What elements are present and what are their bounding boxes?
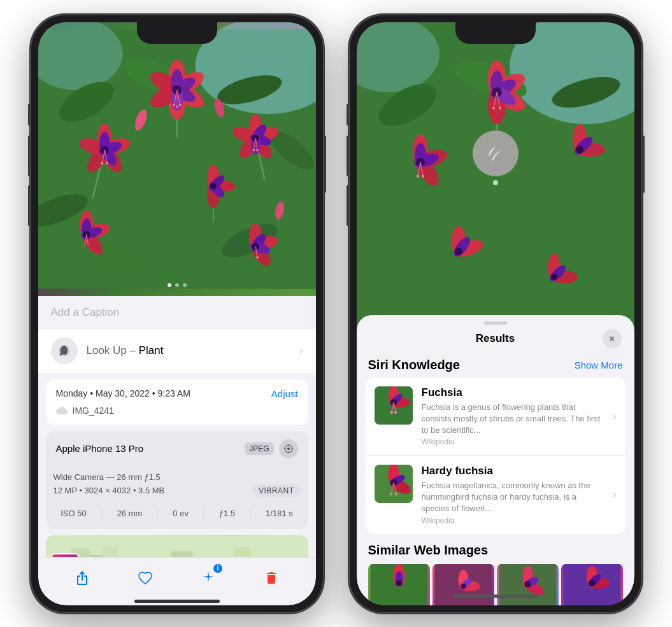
knowledge-item-2[interactable]: Hardy fuchsia Fuchsia magellanica, commo…	[366, 455, 626, 534]
toolbar: i	[38, 557, 316, 596]
knowledge-item-1[interactable]: Fuchsia Fuchsia is a genus of flowering …	[366, 377, 626, 456]
info-button[interactable]: i	[196, 565, 221, 591]
svg-point-88	[284, 448, 285, 449]
knowledge-thumb-2	[375, 465, 413, 503]
svg-point-74	[208, 180, 235, 192]
svg-point-65	[248, 233, 279, 254]
svg-point-61	[83, 230, 90, 237]
knowledge-desc-1: Fuchsia is a genus of flowering plants t…	[422, 402, 604, 437]
knowledge-thumb-1	[375, 386, 413, 425]
map-svg	[46, 535, 308, 557]
knowledge-text-2: Hardy fuchsia Fuchsia magellanica, commo…	[422, 465, 604, 525]
web-image-4[interactable]	[561, 564, 623, 605]
knowledge-desc-2: Fuchsia magellanica, commonly known as t…	[422, 480, 604, 515]
volume-down-button-2	[347, 185, 349, 226]
svg-point-55	[252, 148, 255, 151]
lookup-row[interactable]: Look Up – Plant ›	[38, 328, 316, 373]
svg-point-21	[172, 85, 182, 94]
siri-dot	[493, 180, 498, 185]
siri-knowledge-title: Siri Knowledge	[368, 358, 460, 372]
web-image-1[interactable]	[368, 564, 430, 605]
mute-button	[28, 104, 31, 125]
svg-point-47	[230, 124, 262, 146]
svg-point-35	[97, 139, 123, 157]
focal-value: 26 mm	[117, 509, 143, 518]
volume-up-button	[28, 136, 31, 176]
lookup-chevron-icon: ›	[299, 345, 303, 356]
svg-point-89	[291, 448, 292, 449]
photo-view[interactable]	[38, 22, 316, 296]
svg-point-87	[288, 451, 289, 453]
show-more-button[interactable]: Show More	[575, 360, 623, 370]
svg-point-20	[171, 83, 183, 110]
svg-point-19	[169, 81, 198, 105]
knowledge-text-1: Fuchsia Fuchsia is a genus of flowering …	[422, 386, 604, 447]
date-row: Monday • May 30, 2022 • 9:23 AM Adjust	[46, 379, 308, 403]
svg-point-71	[256, 256, 259, 258]
svg-point-31	[96, 141, 125, 175]
exif-row: ISO 50 26 mm 0 ev ƒ1.5 1/181 s	[46, 501, 308, 529]
siri-visual-search-bubble	[473, 130, 518, 176]
delete-button[interactable]	[259, 565, 284, 591]
svg-point-34	[99, 132, 110, 156]
power-button-2	[642, 136, 645, 193]
caption-placeholder[interactable]: Add a Caption	[51, 306, 120, 318]
share-button[interactable]	[69, 565, 95, 591]
svg-point-12	[168, 67, 208, 99]
adjust-button[interactable]: Adjust	[271, 388, 298, 399]
dot-3	[183, 283, 187, 287]
metadata-card: Monday • May 30, 2022 • 9:23 AM Adjust I…	[46, 379, 308, 425]
svg-point-30	[97, 135, 132, 159]
svg-point-33	[77, 135, 111, 159]
phones-container: Add a Caption Look Up – Pl	[18, 2, 655, 626]
filename-text: IMG_4241	[73, 405, 114, 416]
svg-point-11	[168, 59, 185, 95]
svg-line-39	[102, 150, 104, 163]
map-preview[interactable]	[46, 535, 308, 557]
format-badge: JPEG	[245, 442, 273, 455]
photo-date: Monday • May 30, 2022 • 9:23 AM	[56, 388, 190, 398]
svg-point-60	[80, 225, 103, 241]
svg-point-172	[589, 580, 595, 586]
divider-1	[101, 507, 102, 520]
favorite-button[interactable]	[132, 565, 158, 591]
svg-point-66	[247, 239, 274, 269]
svg-point-36	[96, 142, 119, 168]
close-icon: ×	[609, 334, 614, 344]
divider-3	[203, 507, 204, 520]
svg-point-9	[217, 216, 282, 264]
svg-rect-93	[171, 551, 192, 557]
photo-info-area: Add a Caption Look Up – Pl	[38, 296, 316, 557]
svg-point-45	[247, 130, 275, 161]
share-icon	[75, 570, 90, 586]
svg-point-113	[492, 107, 495, 109]
info-badge: i	[213, 564, 222, 573]
camera-spec-mp: 12 MP • 3024 × 4032 • 3.5 MB	[54, 486, 165, 495]
svg-point-13	[168, 79, 208, 111]
page-indicator	[168, 283, 187, 287]
web-image-2[interactable]	[433, 564, 494, 605]
svg-point-6	[264, 124, 316, 176]
svg-point-152	[395, 493, 397, 495]
svg-point-8	[78, 239, 154, 278]
aperture-value: ƒ1.5	[219, 509, 235, 518]
web-img-svg-2	[433, 564, 494, 605]
svg-point-54	[256, 148, 259, 151]
svg-point-15	[147, 79, 187, 111]
filename-row: IMG_4241	[46, 403, 308, 425]
phone-1-screen: Add a Caption Look Up – Pl	[38, 22, 316, 605]
svg-point-58	[78, 227, 106, 258]
knowledge-name-1: Fuchsia	[422, 386, 604, 399]
device-row: Apple iPhone 13 Pro JPEG	[46, 432, 308, 466]
results-close-button[interactable]: ×	[603, 329, 622, 348]
dot-2	[175, 283, 179, 287]
caption-area[interactable]: Add a Caption	[38, 296, 316, 328]
results-header: Results ×	[357, 327, 634, 351]
svg-rect-92	[102, 545, 118, 557]
svg-point-127	[576, 146, 583, 153]
svg-line-53	[254, 137, 255, 150]
svg-point-40	[106, 162, 108, 164]
web-image-3[interactable]	[497, 564, 559, 605]
svg-rect-94	[233, 547, 250, 557]
svg-point-78	[210, 183, 216, 188]
